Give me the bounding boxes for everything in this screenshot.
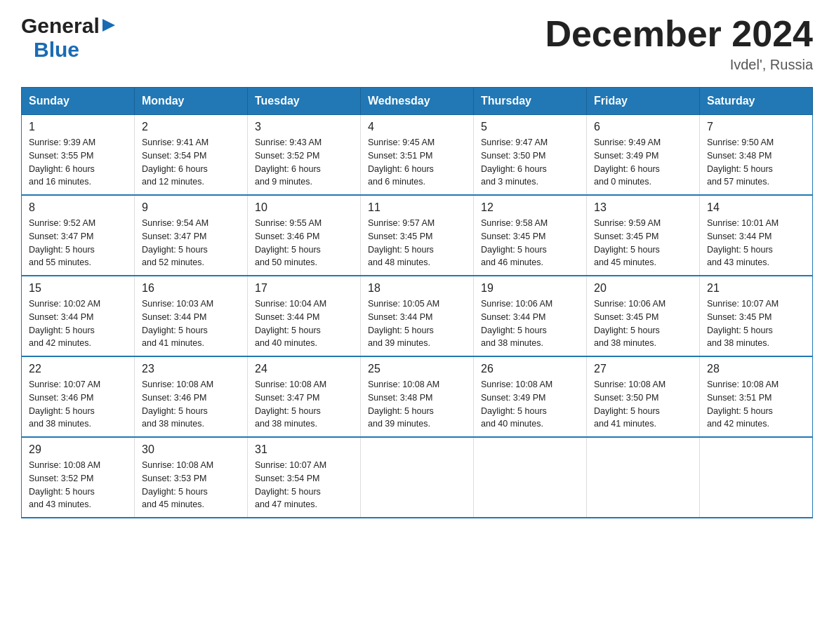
calendar-cell: 25Sunrise: 10:08 AM Sunset: 3:48 PM Dayl… [361, 356, 474, 437]
day-info: Sunrise: 10:03 AM Sunset: 3:44 PM Daylig… [142, 297, 240, 350]
calendar-cell: 18Sunrise: 10:05 AM Sunset: 3:44 PM Dayl… [361, 276, 474, 356]
day-number: 20 [594, 282, 692, 295]
calendar-cell: 13Sunrise: 9:59 AM Sunset: 3:45 PM Dayli… [587, 195, 700, 276]
day-info: Sunrise: 9:54 AM Sunset: 3:47 PM Dayligh… [142, 217, 240, 269]
location: Ivdel', Russia [545, 57, 813, 73]
calendar-header-sunday: Sunday [22, 88, 135, 115]
day-number: 27 [594, 363, 692, 375]
calendar-cell: 12Sunrise: 9:58 AM Sunset: 3:45 PM Dayli… [474, 195, 587, 276]
calendar-week-row: 8Sunrise: 9:52 AM Sunset: 3:47 PM Daylig… [22, 195, 813, 276]
calendar-cell: 28Sunrise: 10:08 AM Sunset: 3:51 PM Dayl… [700, 356, 813, 437]
calendar-cell: 5Sunrise: 9:47 AM Sunset: 3:50 PM Daylig… [474, 115, 587, 196]
calendar-cell [474, 437, 587, 518]
calendar-cell: 8Sunrise: 9:52 AM Sunset: 3:47 PM Daylig… [22, 195, 135, 276]
day-number: 16 [142, 282, 240, 295]
day-info: Sunrise: 10:07 AM Sunset: 3:46 PM Daylig… [29, 378, 127, 431]
day-info: Sunrise: 10:06 AM Sunset: 3:45 PM Daylig… [594, 297, 692, 350]
calendar-header-wednesday: Wednesday [361, 88, 474, 115]
day-number: 1 [29, 121, 127, 133]
day-info: Sunrise: 10:08 AM Sunset: 3:48 PM Daylig… [368, 378, 466, 431]
calendar-cell: 26Sunrise: 10:08 AM Sunset: 3:49 PM Dayl… [474, 356, 587, 437]
calendar-header-friday: Friday [587, 88, 700, 115]
day-info: Sunrise: 9:55 AM Sunset: 3:46 PM Dayligh… [255, 217, 353, 269]
calendar-cell: 24Sunrise: 10:08 AM Sunset: 3:47 PM Dayl… [248, 356, 361, 437]
calendar-cell: 3Sunrise: 9:43 AM Sunset: 3:52 PM Daylig… [248, 115, 361, 196]
calendar-header-tuesday: Tuesday [248, 88, 361, 115]
day-number: 19 [481, 282, 579, 295]
day-info: Sunrise: 9:57 AM Sunset: 3:45 PM Dayligh… [368, 217, 466, 269]
title-section: December 2024 Ivdel', Russia [545, 14, 813, 73]
calendar-week-row: 1Sunrise: 9:39 AM Sunset: 3:55 PM Daylig… [22, 115, 813, 196]
day-info: Sunrise: 9:41 AM Sunset: 3:54 PM Dayligh… [142, 136, 240, 189]
day-number: 22 [29, 363, 127, 375]
day-info: Sunrise: 9:43 AM Sunset: 3:52 PM Dayligh… [255, 136, 353, 189]
day-info: Sunrise: 10:08 AM Sunset: 3:50 PM Daylig… [594, 378, 692, 431]
page-header: General Blue December 2024 Ivdel', Russi… [21, 14, 813, 73]
day-number: 24 [255, 363, 353, 375]
day-number: 2 [142, 121, 240, 133]
logo-general-text: General [21, 14, 100, 38]
day-info: Sunrise: 9:45 AM Sunset: 3:51 PM Dayligh… [368, 136, 466, 189]
day-number: 6 [594, 121, 692, 133]
day-number: 31 [255, 443, 353, 456]
calendar-cell: 15Sunrise: 10:02 AM Sunset: 3:44 PM Dayl… [22, 276, 135, 356]
calendar-cell: 23Sunrise: 10:08 AM Sunset: 3:46 PM Dayl… [135, 356, 248, 437]
calendar-cell [587, 437, 700, 518]
calendar-header-monday: Monday [135, 88, 248, 115]
calendar-week-row: 22Sunrise: 10:07 AM Sunset: 3:46 PM Dayl… [22, 356, 813, 437]
day-info: Sunrise: 10:01 AM Sunset: 3:44 PM Daylig… [707, 217, 805, 269]
calendar-cell: 19Sunrise: 10:06 AM Sunset: 3:44 PM Dayl… [474, 276, 587, 356]
calendar-cell: 9Sunrise: 9:54 AM Sunset: 3:47 PM Daylig… [135, 195, 248, 276]
day-number: 11 [368, 201, 466, 214]
day-number: 7 [707, 121, 805, 133]
day-number: 8 [29, 201, 127, 214]
day-number: 28 [707, 363, 805, 375]
day-info: Sunrise: 9:58 AM Sunset: 3:45 PM Dayligh… [481, 217, 579, 269]
calendar-header-saturday: Saturday [700, 88, 813, 115]
calendar-cell: 22Sunrise: 10:07 AM Sunset: 3:46 PM Dayl… [22, 356, 135, 437]
day-number: 26 [481, 363, 579, 375]
calendar-cell: 30Sunrise: 10:08 AM Sunset: 3:53 PM Dayl… [135, 437, 248, 518]
day-number: 13 [594, 201, 692, 214]
day-info: Sunrise: 10:06 AM Sunset: 3:44 PM Daylig… [481, 297, 579, 350]
calendar-cell: 6Sunrise: 9:49 AM Sunset: 3:49 PM Daylig… [587, 115, 700, 196]
logo-blue-text: Blue [34, 38, 79, 61]
calendar-cell: 7Sunrise: 9:50 AM Sunset: 3:48 PM Daylig… [700, 115, 813, 196]
calendar-cell: 20Sunrise: 10:06 AM Sunset: 3:45 PM Dayl… [587, 276, 700, 356]
day-number: 3 [255, 121, 353, 133]
calendar-cell: 31Sunrise: 10:07 AM Sunset: 3:54 PM Dayl… [248, 437, 361, 518]
calendar-cell: 16Sunrise: 10:03 AM Sunset: 3:44 PM Dayl… [135, 276, 248, 356]
day-info: Sunrise: 9:47 AM Sunset: 3:50 PM Dayligh… [481, 136, 579, 189]
day-number: 23 [142, 363, 240, 375]
day-info: Sunrise: 10:08 AM Sunset: 3:47 PM Daylig… [255, 378, 353, 431]
day-number: 18 [368, 282, 466, 295]
calendar-cell [700, 437, 813, 518]
day-number: 9 [142, 201, 240, 214]
day-number: 17 [255, 282, 353, 295]
calendar-cell: 2Sunrise: 9:41 AM Sunset: 3:54 PM Daylig… [135, 115, 248, 196]
day-info: Sunrise: 10:08 AM Sunset: 3:46 PM Daylig… [142, 378, 240, 431]
calendar-cell: 27Sunrise: 10:08 AM Sunset: 3:50 PM Dayl… [587, 356, 700, 437]
day-info: Sunrise: 10:08 AM Sunset: 3:53 PM Daylig… [142, 459, 240, 511]
day-info: Sunrise: 9:52 AM Sunset: 3:47 PM Dayligh… [29, 217, 127, 269]
calendar-cell: 21Sunrise: 10:07 AM Sunset: 3:45 PM Dayl… [700, 276, 813, 356]
calendar-cell [361, 437, 474, 518]
day-info: Sunrise: 10:07 AM Sunset: 3:54 PM Daylig… [255, 459, 353, 511]
calendar-cell: 10Sunrise: 9:55 AM Sunset: 3:46 PM Dayli… [248, 195, 361, 276]
calendar-table: SundayMondayTuesdayWednesdayThursdayFrid… [21, 87, 813, 518]
day-info: Sunrise: 9:49 AM Sunset: 3:49 PM Dayligh… [594, 136, 692, 189]
day-number: 10 [255, 201, 353, 214]
calendar-header-row: SundayMondayTuesdayWednesdayThursdayFrid… [22, 88, 813, 115]
calendar-header-thursday: Thursday [474, 88, 587, 115]
day-info: Sunrise: 9:50 AM Sunset: 3:48 PM Dayligh… [707, 136, 805, 189]
day-number: 5 [481, 121, 579, 133]
day-number: 25 [368, 363, 466, 375]
day-number: 30 [142, 443, 240, 456]
day-info: Sunrise: 10:04 AM Sunset: 3:44 PM Daylig… [255, 297, 353, 350]
day-info: Sunrise: 9:59 AM Sunset: 3:45 PM Dayligh… [594, 217, 692, 269]
day-number: 12 [481, 201, 579, 214]
day-number: 4 [368, 121, 466, 133]
day-info: Sunrise: 10:08 AM Sunset: 3:49 PM Daylig… [481, 378, 579, 431]
calendar-cell: 4Sunrise: 9:45 AM Sunset: 3:51 PM Daylig… [361, 115, 474, 196]
day-number: 14 [707, 201, 805, 214]
